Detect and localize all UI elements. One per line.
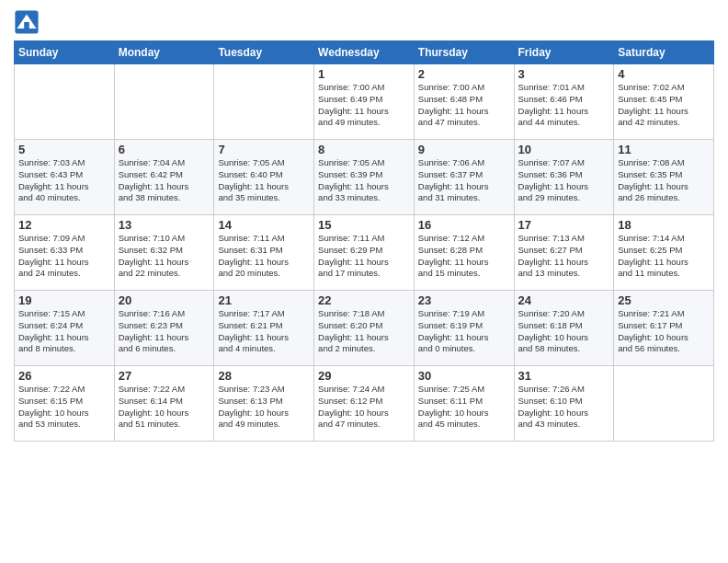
day-number: 23 xyxy=(418,293,510,307)
day-info: Sunrise: 7:13 AMSunset: 6:27 PMDaylight:… xyxy=(518,233,610,280)
weekday-header-sunday: Sunday xyxy=(15,41,115,64)
day-info: Sunrise: 7:17 AMSunset: 6:21 PMDaylight:… xyxy=(218,308,310,355)
day-info: Sunrise: 7:22 AMSunset: 6:15 PMDaylight:… xyxy=(18,384,110,431)
weekday-header-row: SundayMondayTuesdayWednesdayThursdayFrid… xyxy=(15,41,714,64)
calendar-cell: 13Sunrise: 7:10 AMSunset: 6:32 PMDayligh… xyxy=(114,215,214,291)
calendar-cell: 10Sunrise: 7:07 AMSunset: 6:36 PMDayligh… xyxy=(514,140,614,215)
calendar-cell: 16Sunrise: 7:12 AMSunset: 6:28 PMDayligh… xyxy=(414,215,514,291)
svg-rect-2 xyxy=(24,22,29,29)
day-number: 3 xyxy=(518,67,610,81)
day-number: 7 xyxy=(218,143,310,156)
day-number: 29 xyxy=(318,369,410,383)
calendar-cell: 29Sunrise: 7:24 AMSunset: 6:12 PMDayligh… xyxy=(314,366,415,442)
week-row-5: 26Sunrise: 7:22 AMSunset: 6:15 PMDayligh… xyxy=(15,366,714,442)
day-number: 17 xyxy=(518,218,610,232)
calendar-cell: 24Sunrise: 7:20 AMSunset: 6:18 PMDayligh… xyxy=(514,291,614,366)
calendar-cell: 18Sunrise: 7:14 AMSunset: 6:25 PMDayligh… xyxy=(614,215,714,291)
calendar-cell: 1Sunrise: 7:00 AMSunset: 6:49 PMDaylight… xyxy=(314,64,415,140)
calendar-cell: 31Sunrise: 7:26 AMSunset: 6:10 PMDayligh… xyxy=(514,366,614,442)
week-row-1: 1Sunrise: 7:00 AMSunset: 6:49 PMDaylight… xyxy=(15,64,714,140)
calendar-cell: 9Sunrise: 7:06 AMSunset: 6:37 PMDaylight… xyxy=(414,140,514,215)
calendar-cell: 17Sunrise: 7:13 AMSunset: 6:27 PMDayligh… xyxy=(514,215,614,291)
day-info: Sunrise: 7:24 AMSunset: 6:12 PMDaylight:… xyxy=(318,384,410,431)
weekday-header-tuesday: Tuesday xyxy=(214,41,314,64)
day-number: 13 xyxy=(119,218,210,232)
day-info: Sunrise: 7:06 AMSunset: 6:37 PMDaylight:… xyxy=(418,157,510,204)
calendar-cell: 21Sunrise: 7:17 AMSunset: 6:21 PMDayligh… xyxy=(214,291,314,366)
day-number: 18 xyxy=(618,218,710,232)
weekday-header-friday: Friday xyxy=(514,41,614,64)
day-info: Sunrise: 7:20 AMSunset: 6:18 PMDaylight:… xyxy=(518,308,610,355)
day-info: Sunrise: 7:08 AMSunset: 6:35 PMDaylight:… xyxy=(618,157,710,204)
calendar-cell: 2Sunrise: 7:00 AMSunset: 6:48 PMDaylight… xyxy=(414,64,514,140)
day-info: Sunrise: 7:02 AMSunset: 6:45 PMDaylight:… xyxy=(618,82,710,129)
day-info: Sunrise: 7:04 AMSunset: 6:42 PMDaylight:… xyxy=(119,157,210,204)
day-number: 5 xyxy=(18,143,110,156)
day-info: Sunrise: 7:09 AMSunset: 6:33 PMDaylight:… xyxy=(18,233,110,280)
day-info: Sunrise: 7:12 AMSunset: 6:28 PMDaylight:… xyxy=(418,233,510,280)
week-row-3: 12Sunrise: 7:09 AMSunset: 6:33 PMDayligh… xyxy=(15,215,714,291)
calendar-cell: 6Sunrise: 7:04 AMSunset: 6:42 PMDaylight… xyxy=(114,140,214,215)
day-number: 19 xyxy=(18,293,110,307)
day-info: Sunrise: 7:00 AMSunset: 6:48 PMDaylight:… xyxy=(418,82,510,129)
day-number: 6 xyxy=(119,143,210,156)
day-number: 11 xyxy=(618,143,710,156)
day-number: 30 xyxy=(418,369,510,383)
calendar-cell xyxy=(214,64,314,140)
day-number: 31 xyxy=(518,369,610,383)
day-info: Sunrise: 7:22 AMSunset: 6:14 PMDaylight:… xyxy=(119,384,210,431)
day-info: Sunrise: 7:03 AMSunset: 6:43 PMDaylight:… xyxy=(18,157,110,204)
day-info: Sunrise: 7:07 AMSunset: 6:36 PMDaylight:… xyxy=(518,157,610,204)
day-number: 16 xyxy=(418,218,510,232)
day-number: 8 xyxy=(318,143,410,156)
day-info: Sunrise: 7:23 AMSunset: 6:13 PMDaylight:… xyxy=(218,384,310,431)
day-number: 9 xyxy=(418,143,510,156)
logo xyxy=(14,9,43,35)
calendar-cell: 8Sunrise: 7:05 AMSunset: 6:39 PMDaylight… xyxy=(314,140,415,215)
calendar-cell xyxy=(114,64,214,140)
logo-icon xyxy=(14,9,40,35)
day-number: 28 xyxy=(218,369,310,383)
day-number: 20 xyxy=(119,293,210,307)
calendar-cell: 14Sunrise: 7:11 AMSunset: 6:31 PMDayligh… xyxy=(214,215,314,291)
day-info: Sunrise: 7:14 AMSunset: 6:25 PMDaylight:… xyxy=(618,233,710,280)
day-info: Sunrise: 7:10 AMSunset: 6:32 PMDaylight:… xyxy=(119,233,210,280)
day-number: 25 xyxy=(618,293,710,307)
day-number: 24 xyxy=(518,293,610,307)
calendar-cell: 11Sunrise: 7:08 AMSunset: 6:35 PMDayligh… xyxy=(614,140,714,215)
weekday-header-saturday: Saturday xyxy=(614,41,714,64)
day-number: 2 xyxy=(418,67,510,81)
day-number: 14 xyxy=(218,218,310,232)
day-info: Sunrise: 7:16 AMSunset: 6:23 PMDaylight:… xyxy=(119,308,210,355)
day-number: 12 xyxy=(18,218,110,232)
calendar-cell: 22Sunrise: 7:18 AMSunset: 6:20 PMDayligh… xyxy=(314,291,415,366)
weekday-header-thursday: Thursday xyxy=(414,41,514,64)
day-info: Sunrise: 7:25 AMSunset: 6:11 PMDaylight:… xyxy=(418,384,510,431)
calendar-cell: 12Sunrise: 7:09 AMSunset: 6:33 PMDayligh… xyxy=(15,215,115,291)
calendar-cell: 25Sunrise: 7:21 AMSunset: 6:17 PMDayligh… xyxy=(614,291,714,366)
calendar-cell xyxy=(15,64,115,140)
calendar-cell: 26Sunrise: 7:22 AMSunset: 6:15 PMDayligh… xyxy=(15,366,115,442)
calendar-cell: 7Sunrise: 7:05 AMSunset: 6:40 PMDaylight… xyxy=(214,140,314,215)
day-info: Sunrise: 7:05 AMSunset: 6:40 PMDaylight:… xyxy=(218,157,310,204)
day-info: Sunrise: 7:11 AMSunset: 6:31 PMDaylight:… xyxy=(218,233,310,280)
header xyxy=(14,9,714,35)
day-info: Sunrise: 7:00 AMSunset: 6:49 PMDaylight:… xyxy=(318,82,410,129)
calendar-cell: 27Sunrise: 7:22 AMSunset: 6:14 PMDayligh… xyxy=(114,366,214,442)
calendar-cell: 30Sunrise: 7:25 AMSunset: 6:11 PMDayligh… xyxy=(414,366,514,442)
day-number: 26 xyxy=(18,369,110,383)
day-info: Sunrise: 7:01 AMSunset: 6:46 PMDaylight:… xyxy=(518,82,610,129)
weekday-header-wednesday: Wednesday xyxy=(314,41,415,64)
calendar-cell: 3Sunrise: 7:01 AMSunset: 6:46 PMDaylight… xyxy=(514,64,614,140)
weekday-header-monday: Monday xyxy=(114,41,214,64)
calendar-cell: 23Sunrise: 7:19 AMSunset: 6:19 PMDayligh… xyxy=(414,291,514,366)
day-info: Sunrise: 7:19 AMSunset: 6:19 PMDaylight:… xyxy=(418,308,510,355)
calendar-cell: 28Sunrise: 7:23 AMSunset: 6:13 PMDayligh… xyxy=(214,366,314,442)
week-row-2: 5Sunrise: 7:03 AMSunset: 6:43 PMDaylight… xyxy=(15,140,714,215)
calendar-cell: 4Sunrise: 7:02 AMSunset: 6:45 PMDaylight… xyxy=(614,64,714,140)
calendar: SundayMondayTuesdayWednesdayThursdayFrid… xyxy=(14,40,714,442)
day-number: 1 xyxy=(318,67,410,81)
day-info: Sunrise: 7:26 AMSunset: 6:10 PMDaylight:… xyxy=(518,384,610,431)
day-info: Sunrise: 7:11 AMSunset: 6:29 PMDaylight:… xyxy=(318,233,410,280)
day-number: 4 xyxy=(618,67,710,81)
